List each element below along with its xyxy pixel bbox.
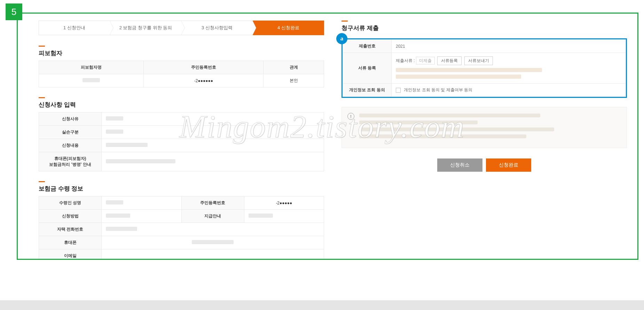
payout-row-3-value [102, 236, 324, 249]
progress-steps: 1 신청안내 2 보험금 청구를 위한 동의 3 신청사항입력 4 신청완료 [39, 21, 324, 35]
complete-button[interactable]: 신청완료 [486, 158, 531, 172]
frame: 1 신청안내 2 보험금 청구를 위한 동의 3 신청사항입력 4 신청완료 피… [17, 13, 638, 260]
insured-name [39, 74, 144, 87]
payout-row-1-label: 신청방법 [39, 210, 102, 223]
app-row-3-value [102, 152, 324, 171]
section-title-application: 신청사항 입력 [39, 97, 76, 109]
step-2[interactable]: 2 보험금 청구를 위한 동의 [110, 21, 181, 35]
step-4[interactable]: 4 신청완료 [253, 21, 324, 35]
action-buttons: 신청취소 신청완료 [341, 158, 627, 172]
doc-submission-no-label: 제출번호 [343, 40, 392, 53]
doc-register-label: 서류 등록 [343, 53, 392, 84]
step-3[interactable]: 3 신청사항입력 [181, 21, 253, 35]
left-column: 1 신청안내 2 보험금 청구를 위한 동의 3 신청사항입력 4 신청완료 피… [39, 21, 324, 252]
doc-consent-label: 개인정보 조회 동의 [343, 84, 392, 97]
app-row-2-value [102, 139, 324, 152]
doc-submission-no: 2021 [392, 40, 626, 53]
notice-box: ! [341, 107, 627, 148]
payout-row-4-value [102, 249, 324, 259]
insured-header-name: 피보험자명 [39, 61, 144, 74]
insured-relation: 본인 [264, 74, 324, 87]
documents-box: a 제출번호 2021 서류 등록 제출서류 : 미제출 서류등록 서류보내기 [341, 38, 627, 98]
payout-row-4-label: 이메일 [39, 249, 102, 259]
payout-row-0-value [102, 196, 181, 210]
callout-badge-a: a [336, 33, 347, 44]
app-row-0-label: 신청사유 [39, 113, 102, 126]
payout-row-1-value2 [244, 210, 324, 223]
insured-table: 피보험자명 주민등록번호 관계 -2●●●●●● 본인 [39, 61, 324, 87]
payout-row-2-value [102, 223, 324, 236]
step-badge: 5 [6, 3, 22, 20]
section-title-payout: 보험금 수령 정보 [39, 181, 83, 193]
consent-checkbox[interactable] [396, 88, 401, 93]
payout-row-1-label2: 지급안내 [181, 210, 244, 223]
insured-header-relation: 관계 [264, 61, 324, 74]
right-column: 청구서류 제출 a 제출번호 2021 서류 등록 제출서류 : 미제출 서류등… [341, 21, 627, 252]
consent-text: 개인정보 조회 동의 및 제출여부 동의 [404, 87, 472, 92]
payout-row-0-label2: 주민등록번호 [181, 196, 244, 210]
footer-bar [0, 300, 644, 310]
register-doc-button[interactable]: 서류등록 [437, 56, 462, 65]
step-1[interactable]: 1 신청안내 [39, 21, 110, 35]
file-prefix: 제출서류 : [396, 58, 415, 63]
app-row-1-label: 실손구분 [39, 126, 102, 139]
doc-register-cell: 제출서류 : 미제출 서류등록 서류보내기 [392, 53, 626, 84]
cancel-button[interactable]: 신청취소 [437, 158, 482, 172]
payout-row-1-value [102, 210, 181, 223]
file-input[interactable]: 미제출 [416, 57, 435, 64]
app-row-3-label: 휴대폰(피보험자) 보험금처리 '병명' 안내 [39, 152, 102, 171]
insured-header-rrn: 주민등록번호 [144, 61, 264, 74]
payout-row-2-label: 자택 전화번호 [39, 223, 102, 236]
doc-consent-cell: 개인정보 조회 동의 및 제출여부 동의 [392, 84, 626, 97]
application-table: 신청사유 실손구분 신청내용 휴대폰(피보험자) 보험금처리 '병명' 안내 [39, 112, 324, 171]
info-icon: ! [347, 113, 354, 120]
payout-table: 수령인 성명 주민등록번호 -2●●●●● 신청방법 지급안내 자택 전화번호 … [39, 196, 324, 259]
send-doc-button[interactable]: 서류보내기 [464, 56, 493, 65]
section-title-insured: 피보험자 [39, 46, 62, 57]
app-row-2-label: 신청내용 [39, 139, 102, 152]
payout-row-3-label: 휴대폰 [39, 236, 102, 249]
insured-rrn: -2●●●●●● [144, 74, 264, 87]
section-title-documents: 청구서류 제출 [341, 21, 379, 32]
notice-text [359, 114, 620, 141]
app-row-1-value [102, 126, 324, 139]
app-row-0-value [102, 113, 324, 126]
payout-row-0-value2: -2●●●●● [244, 196, 324, 210]
payout-row-0-label: 수령인 성명 [39, 196, 102, 210]
